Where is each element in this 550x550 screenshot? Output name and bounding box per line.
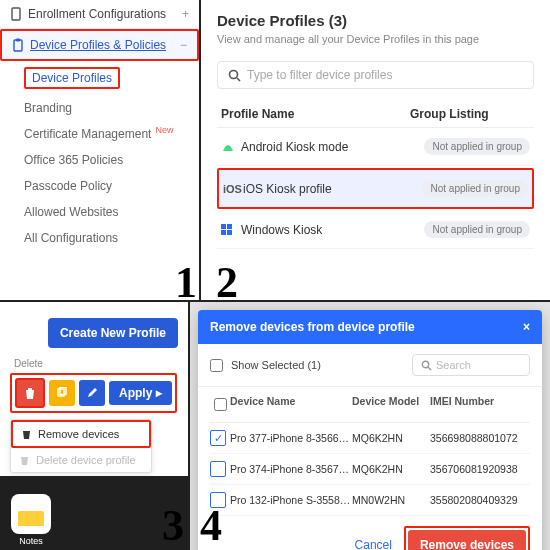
sidebar-dpp-label: Device Profiles & Policies (30, 38, 166, 52)
dialog-header: Remove devices from device profile × (198, 310, 542, 344)
ios-icon: iOS (223, 183, 243, 195)
devices-table: Device Name Device Model IMEI Number ✓ P… (198, 387, 542, 516)
notes-icon (11, 494, 51, 534)
trash-icon (24, 387, 36, 400)
col-device-model: Device Model (352, 395, 430, 414)
profile-filter-input[interactable]: Type to filter device profiles (217, 61, 534, 89)
profiles-table-header: Profile Name Group Listing (217, 101, 534, 128)
edit-button[interactable] (79, 380, 105, 406)
sidebar-item-all-config[interactable]: All Configurations (0, 225, 199, 251)
dialog-panel: Remove devices from device profile × Sho… (190, 300, 550, 550)
table-row[interactable]: Pro 374-iPhone 8-3567… MQ6K2HN 356706081… (210, 454, 530, 485)
copy-button[interactable] (49, 380, 75, 406)
page-title: Device Profiles (3) (217, 12, 534, 29)
sidebar-panel: Enrollment Configurations + Device Profi… (0, 0, 201, 300)
dialog-toolbar: Show Selected (1) Search (198, 344, 542, 387)
new-badge: New (155, 125, 173, 135)
svg-line-4 (237, 78, 240, 81)
dialog-footer: Cancel Remove devices (198, 516, 542, 550)
close-icon[interactable]: × (523, 320, 530, 334)
android-icon (221, 142, 241, 152)
status-badge: Not applied in group (424, 138, 530, 155)
dock: Notes (0, 476, 188, 550)
annotation-2: 2 (216, 257, 238, 308)
annotation-1: 1 (175, 257, 197, 308)
select-all-checkbox[interactable] (214, 398, 227, 411)
remove-devices-button[interactable]: Remove devices (408, 530, 526, 550)
device-profiles-link[interactable]: Device Profiles (24, 67, 120, 89)
profile-row-windows[interactable]: Windows Kiosk Not applied in group (217, 211, 534, 249)
filter-placeholder: Type to filter device profiles (247, 68, 392, 82)
trash-icon (19, 454, 30, 466)
svg-rect-5 (221, 224, 226, 229)
search-icon (228, 69, 241, 82)
row-checkbox[interactable]: ✓ (210, 430, 226, 446)
dock-app-notes[interactable]: Notes (10, 494, 52, 546)
svg-point-3 (230, 70, 238, 78)
copy-icon (56, 387, 68, 399)
pencil-icon (86, 387, 98, 399)
delete-label: Delete (14, 358, 178, 369)
table-row[interactable]: Pro 132-iPhone S-3558… MN0W2HN 355802080… (210, 485, 530, 516)
sidebar-enrollment[interactable]: Enrollment Configurations + (0, 0, 199, 29)
sidebar-item-cert-mgmt[interactable]: Certificate ManagementNew (0, 121, 199, 147)
svg-rect-8 (227, 230, 232, 235)
profile-row-android[interactable]: Android Kiosk mode Not applied in group (217, 128, 534, 166)
sidebar-item-o365[interactable]: Office 365 Policies (0, 147, 199, 173)
dialog-title: Remove devices from device profile (210, 320, 415, 334)
expand-icon[interactable]: + (182, 7, 189, 21)
chevron-right-icon: ▸ (156, 386, 162, 400)
sidebar-item-device-profiles[interactable]: Device Profiles (0, 61, 199, 95)
profile-row-ios[interactable]: iOS iOS Kiosk profile Not applied in gro… (217, 168, 534, 209)
svg-line-12 (428, 367, 431, 370)
show-selected-checkbox[interactable] (210, 359, 223, 372)
phone-icon (10, 7, 22, 21)
svg-rect-6 (227, 224, 232, 229)
col-group-listing: Group Listing (410, 107, 530, 121)
col-profile-name: Profile Name (221, 107, 410, 121)
status-badge: Not applied in group (422, 180, 528, 197)
device-search-input[interactable]: Search (412, 354, 530, 376)
delete-menu: Remove devices Delete device profile (10, 419, 152, 473)
trash-icon (21, 428, 32, 440)
menu-delete-profile[interactable]: Delete device profile (11, 448, 151, 472)
sidebar-item-branding[interactable]: Branding (0, 95, 199, 121)
delete-button[interactable] (15, 378, 45, 408)
svg-rect-7 (221, 230, 226, 235)
sidebar-enrollment-label: Enrollment Configurations (28, 7, 166, 21)
collapse-icon[interactable]: − (180, 38, 187, 52)
col-imei: IMEI Number (430, 395, 530, 414)
col-device-name: Device Name (230, 395, 352, 414)
table-header: Device Name Device Model IMEI Number (210, 387, 530, 423)
apply-button[interactable]: Apply ▸ (109, 381, 172, 405)
cancel-button[interactable]: Cancel (355, 538, 392, 550)
status-badge: Not applied in group (424, 221, 530, 238)
annotation-4: 4 (200, 500, 222, 550)
table-row[interactable]: ✓ Pro 377-iPhone 8-3566… MQ6K2HN 3566980… (210, 423, 530, 454)
sidebar-device-profiles-policies[interactable]: Device Profiles & Policies − (0, 29, 199, 61)
svg-point-11 (422, 361, 428, 367)
show-selected-label: Show Selected (1) (231, 359, 404, 371)
svg-rect-0 (12, 8, 20, 20)
windows-icon (221, 224, 241, 236)
sidebar-item-allowed-websites[interactable]: Allowed Websites (0, 199, 199, 225)
search-icon (421, 360, 432, 371)
remove-devices-dialog: Remove devices from device profile × Sho… (198, 310, 542, 550)
clipboard-icon (12, 38, 24, 52)
sidebar-item-passcode[interactable]: Passcode Policy (0, 173, 199, 199)
create-profile-button[interactable]: Create New Profile (48, 318, 178, 348)
menu-remove-devices[interactable]: Remove devices (11, 420, 151, 448)
svg-rect-2 (16, 39, 20, 42)
annotation-3: 3 (162, 500, 184, 550)
row-checkbox[interactable] (210, 461, 226, 477)
svg-rect-1 (14, 40, 22, 51)
profiles-panel: Device Profiles (3) View and manage all … (201, 0, 550, 300)
page-desc: View and manage all your Device Profiles… (217, 33, 534, 45)
